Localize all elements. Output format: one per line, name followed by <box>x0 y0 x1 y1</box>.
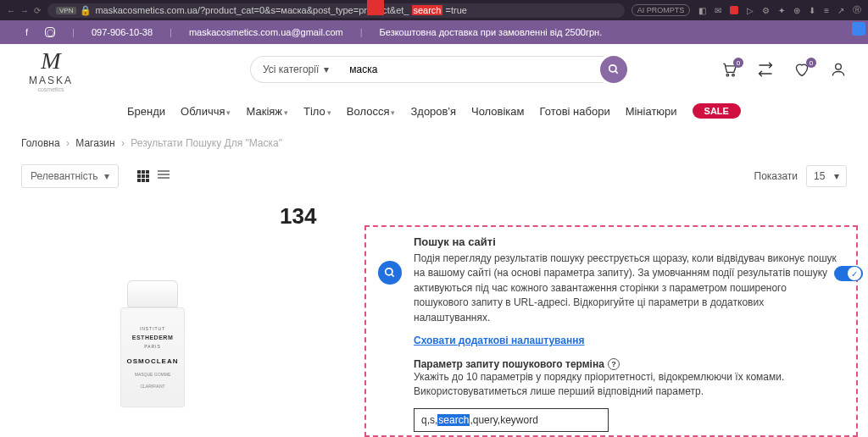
nav-sets[interactable]: Готові набори <box>540 105 610 118</box>
chevron-down-icon: ▾ <box>391 108 395 117</box>
chevron-down-icon: ▾ <box>834 170 839 182</box>
search-icon <box>608 64 620 75</box>
nav-health[interactable]: Здоров'я <box>410 105 456 118</box>
svg-point-2 <box>726 74 729 76</box>
svg-point-5 <box>386 268 392 275</box>
search-param-input[interactable]: q,s,search,query,keyword <box>414 408 609 432</box>
svg-point-0 <box>609 65 616 72</box>
wishlist-badge: 0 <box>806 58 816 68</box>
nav-brands[interactable]: Бренди <box>127 105 165 118</box>
per-page-value: 15 <box>814 170 825 182</box>
logo-sub: cosmetics <box>21 86 81 92</box>
topbar-email[interactable]: maskacosmetics.com.ua@gmail.com <box>189 27 343 37</box>
vpn-badge: VPN <box>56 7 76 14</box>
ext-icon-8[interactable]: ≡ <box>824 6 829 15</box>
ext-icon-7[interactable]: ⬇ <box>809 6 815 15</box>
hide-advanced-link[interactable]: Сховати додаткові налаштування <box>414 335 585 346</box>
search-icon <box>378 261 402 285</box>
panel-description: Подія перегляду результатів пошуку реєст… <box>414 252 843 325</box>
svg-point-3 <box>732 74 735 76</box>
account-icon[interactable] <box>830 61 847 78</box>
search-input[interactable] <box>341 56 604 83</box>
param-description: Укажіть до 10 параметрів у порядку пріор… <box>414 370 843 400</box>
search-cat-label: Усі категорії <box>263 64 319 75</box>
svg-point-4 <box>836 64 842 69</box>
ext-icon-6[interactable]: ⊕ <box>793 6 800 15</box>
back-icon[interactable]: ← <box>7 6 15 15</box>
cart-icon[interactable]: 0 <box>720 61 738 78</box>
input-highlight: search <box>437 414 470 426</box>
browser-chrome: ← → ⟳ VPN 🔒 maskacosmetics.com.ua/?produ… <box>0 0 868 20</box>
instagram-icon[interactable]: ◯ <box>45 27 55 37</box>
crumb-current: Результати Пошуку Для "Маска" <box>131 137 282 149</box>
search-bar: Усі категорії ▾ <box>250 56 627 83</box>
results-toolbar: Релевантність ▾ Показати 15 ▾ <box>0 164 868 198</box>
search-button[interactable] <box>600 56 627 83</box>
ext-icon-2[interactable]: ✉ <box>715 6 721 15</box>
list-view-icon[interactable] <box>158 170 170 182</box>
sort-select[interactable]: Релевантність ▾ <box>21 164 119 188</box>
nav-men[interactable]: Чоловікам <box>471 105 525 118</box>
logo[interactable]: M MASKA cosmetics <box>21 47 81 92</box>
header-icons: 0 0 <box>720 61 847 78</box>
panel-title: Пошук на сайті <box>414 235 843 248</box>
product-card[interactable]: INSTITUT ESTHEDERM PARIS OSMOCLEAN MASQU… <box>85 280 220 407</box>
url-highlight: search <box>412 5 442 15</box>
ext-icon-5[interactable]: ✦ <box>778 6 785 15</box>
forward-icon[interactable]: → <box>20 6 29 15</box>
cart-badge: 0 <box>733 58 743 68</box>
site-topbar: f ◯ | 097-906-10-38 | maskacosmetics.com… <box>0 20 868 44</box>
param-heading: Параметр запиту пошукового терміна ? <box>414 358 843 370</box>
chevron-down-icon: ▾ <box>226 108 231 117</box>
compare-icon[interactable] <box>757 61 774 78</box>
reload-icon[interactable]: ⟳ <box>34 6 41 15</box>
logo-text: MASKA <box>21 75 81 86</box>
ext-icon-9[interactable]: ↗ <box>837 6 844 15</box>
url-bar[interactable]: VPN 🔒 maskacosmetics.com.ua/?product_cat… <box>47 3 625 18</box>
main-nav: Бренди Обличчя▾ Макіяж▾ Тіло▾ Волосся▾ З… <box>0 95 868 130</box>
chevron-down-icon: ▾ <box>324 64 329 75</box>
ext-icon-red[interactable] <box>730 6 738 14</box>
topbar-shipping: Безкоштовна доставка при замовленні від … <box>380 27 603 37</box>
chevron-down-icon: ▾ <box>284 108 288 117</box>
view-mode <box>137 170 170 182</box>
product-image: INSTITUT ESTHEDERM PARIS OSMOCLEAN MASQU… <box>114 280 191 407</box>
nav-makeup[interactable]: Макіяж▾ <box>246 105 288 118</box>
enable-toggle[interactable] <box>834 266 863 281</box>
url-text-post: =true <box>446 5 467 15</box>
help-icon[interactable]: ? <box>608 358 620 370</box>
svg-line-6 <box>392 274 394 277</box>
edge-icon[interactable] <box>852 22 865 36</box>
facebook-icon[interactable]: f <box>25 27 28 37</box>
ext-icon-1[interactable]: ◧ <box>698 6 706 15</box>
nav-hair[interactable]: Волосся▾ <box>347 105 396 118</box>
wishlist-icon[interactable]: 0 <box>793 61 811 78</box>
ai-prompts-button[interactable]: AI PROMPTS <box>632 4 691 16</box>
ext-icon-3[interactable]: ▷ <box>747 6 754 15</box>
per-page-select[interactable]: 15 ▾ <box>806 165 847 187</box>
browser-nav-icons: ← → ⟳ <box>7 6 41 15</box>
site-header: M MASKA cosmetics Усі категорії ▾ 0 0 <box>0 44 868 95</box>
grid-view-icon[interactable] <box>137 170 149 182</box>
sort-label: Релевантність <box>31 170 98 182</box>
chevron-down-icon: ▾ <box>327 108 331 117</box>
crumb-home[interactable]: Головна <box>21 137 60 149</box>
ext-icon-10[interactable]: Ⓡ <box>853 4 861 16</box>
nav-mini[interactable]: Мініатюри <box>626 105 677 118</box>
ga-settings-panel: Пошук на сайті Подія перегляду результат… <box>364 225 858 437</box>
nav-body[interactable]: Тіло▾ <box>303 105 331 118</box>
nav-face[interactable]: Обличчя▾ <box>181 105 231 118</box>
show-label: Показати <box>754 170 798 182</box>
chevron-down-icon: ▾ <box>104 170 109 182</box>
nav-sale[interactable]: SALE <box>693 103 741 119</box>
lock-icon: 🔒 <box>80 5 92 16</box>
svg-line-1 <box>615 71 618 74</box>
breadcrumb: Головна › Магазин › Результати Пошуку Дл… <box>0 130 868 164</box>
search-category-select[interactable]: Усі категорії ▾ <box>250 56 341 83</box>
topbar-phone[interactable]: 097-906-10-38 <box>92 27 153 37</box>
browser-right-icons: AI PROMPTS ◧ ✉ ▷ ⚙ ✦ ⊕ ⬇ ≡ ↗ Ⓡ <box>632 4 861 16</box>
ext-icon-4[interactable]: ⚙ <box>762 6 770 15</box>
url-text-pre: maskacosmetics.com.ua/?product_cat=0&s=м… <box>95 5 409 15</box>
crumb-shop[interactable]: Магазин <box>75 137 114 149</box>
